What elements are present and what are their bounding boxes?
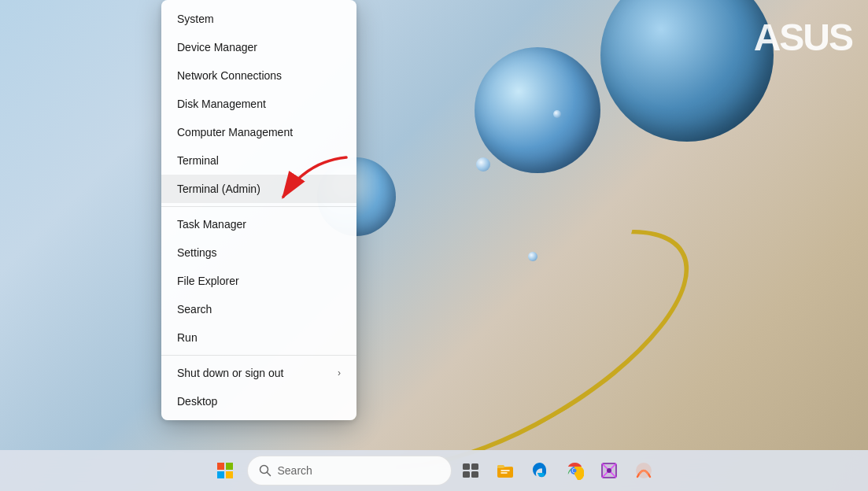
taskbar-center: Search (209, 455, 659, 486)
taskbar: Search (0, 450, 868, 491)
edge-icon (530, 461, 549, 480)
menu-item-device-manager[interactable]: Device Manager (161, 33, 356, 61)
svg-rect-10 (471, 471, 478, 478)
menu-item-run[interactable]: Run (161, 323, 356, 352)
menu-item-settings[interactable]: Settings (161, 238, 356, 267)
taskbar-search[interactable]: Search (247, 456, 452, 485)
svg-rect-3 (217, 471, 224, 478)
svg-rect-11 (497, 467, 513, 478)
menu-item-network-connections[interactable]: Network Connections (161, 61, 356, 90)
svg-rect-8 (471, 463, 478, 470)
menu-divider-2 (161, 355, 356, 356)
context-menu: System Device Manager Network Connection… (161, 0, 356, 420)
svg-rect-1 (217, 463, 224, 470)
menu-item-computer-management[interactable]: Computer Management (161, 118, 356, 146)
svg-point-22 (607, 468, 611, 473)
menu-item-shut-down[interactable]: Shut down or sign out › (161, 359, 356, 387)
svg-line-6 (267, 473, 270, 476)
bg-bubble-medium (475, 47, 600, 173)
svg-rect-12 (497, 465, 504, 468)
menu-item-desktop[interactable]: Desktop (161, 387, 356, 415)
bg-bubble-tiny-1 (476, 157, 490, 172)
svg-rect-7 (463, 463, 470, 470)
svg-rect-2 (226, 463, 233, 470)
desktop: ASUS System Device Manager Network Conne… (0, 0, 868, 491)
task-view-icon (461, 461, 480, 480)
svg-rect-9 (463, 471, 470, 478)
taskbar-snipping-tool[interactable] (593, 455, 625, 486)
menu-divider-1 (161, 206, 356, 207)
menu-item-task-manager[interactable]: Task Manager (161, 210, 356, 238)
menu-item-disk-management[interactable]: Disk Management (161, 90, 356, 118)
taskbar-file-manager[interactable] (489, 455, 521, 486)
start-button[interactable] (209, 455, 241, 486)
search-placeholder: Search (278, 464, 312, 477)
menu-item-search[interactable]: Search (161, 295, 356, 323)
chrome-icon (565, 461, 584, 480)
search-icon (259, 464, 271, 477)
asus-logo: ASUS (754, 16, 852, 59)
svg-rect-4 (226, 471, 233, 478)
bg-bubble-tiny-3 (553, 110, 561, 118)
svg-point-17 (572, 469, 576, 473)
taskbar-arc-browser[interactable] (628, 455, 659, 486)
menu-item-terminal-admin[interactable]: Terminal (Admin) (161, 175, 356, 203)
arc-browser-icon (634, 461, 653, 480)
taskbar-edge[interactable] (524, 455, 556, 486)
bg-bubble-large (600, 0, 774, 142)
menu-item-terminal[interactable]: Terminal (161, 146, 356, 175)
submenu-arrow-icon: › (338, 367, 341, 378)
taskbar-task-view[interactable] (455, 455, 486, 486)
taskbar-chrome[interactable] (559, 455, 590, 486)
windows-logo-icon (216, 462, 234, 479)
snipping-tool-icon (600, 461, 619, 480)
file-manager-icon (496, 461, 515, 480)
menu-item-file-explorer[interactable]: File Explorer (161, 267, 356, 295)
menu-item-system[interactable]: System (161, 5, 356, 33)
